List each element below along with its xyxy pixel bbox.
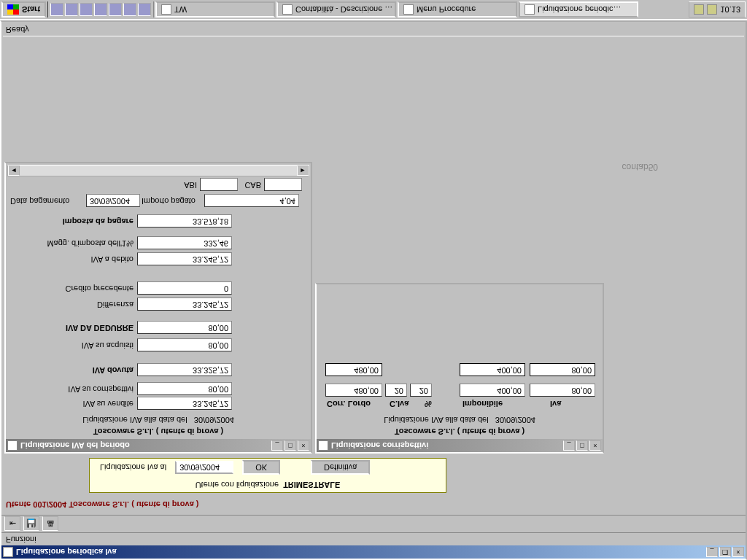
ql-icon-4[interactable] — [94, 3, 107, 16]
watermark: contab50 — [622, 162, 658, 172]
f-iva-deb[interactable]: 33.245,72 — [137, 252, 232, 265]
main-window: Liquidazione periodica Iva _ ❐ × Funzion… — [0, 20, 747, 560]
statusbar: Ready — [3, 23, 744, 36]
f-abi[interactable] — [200, 178, 238, 191]
liq-date-label: Liquidazione Iva al — [100, 463, 166, 472]
toolbar-exit-icon[interactable]: ⇤ — [4, 516, 20, 531]
t-lordo: 480,00 — [325, 363, 382, 376]
winright-titlebar: Liquidazione corrispettivi _ □ × — [317, 439, 603, 452]
l-iva-deb: IVA a debito — [6, 255, 133, 264]
l-iva-dedurre: IVA DA DEDURRE — [6, 324, 133, 332]
quick-launch — [47, 1, 154, 18]
l-iva-acq: IVA su acquisti — [6, 341, 133, 350]
scroll-right-icon[interactable]: ► — [297, 166, 309, 176]
col-civa: C.Iva — [390, 400, 409, 408]
task-menu-procedure[interactable]: Menu Procedure — [398, 1, 517, 18]
ql-icon-3[interactable] — [80, 3, 93, 16]
winleft-maximize[interactable]: □ — [285, 440, 296, 451]
f-credprec[interactable]: 0 — [137, 281, 232, 295]
window-liquidazione-periodo: Liquidazione IVA del periodo _ □ × Tosco… — [4, 162, 312, 454]
r-civa[interactable]: 20 — [385, 384, 407, 397]
t-iva: 80,00 — [530, 363, 595, 376]
tray-icon-1[interactable] — [694, 4, 704, 15]
app-icon — [525, 4, 535, 15]
start-button[interactable]: Start — [1, 1, 46, 18]
system-tray: 10.13 — [689, 1, 746, 18]
minimize-button[interactable]: _ — [706, 547, 718, 557]
status-text: Ready — [6, 26, 29, 34]
r-lordo[interactable]: 480,00 — [325, 384, 382, 397]
l-iva-corr: IVA su corrispettivi — [6, 385, 133, 394]
scroll-left-icon[interactable]: ◄ — [8, 166, 20, 176]
winright-sub-label: Liquidazione IVA alla data del — [384, 416, 489, 424]
word-icon — [282, 4, 293, 15]
f-imposta[interactable]: 33.578,18 — [137, 214, 232, 228]
winleft-close[interactable]: × — [298, 440, 309, 451]
winleft-head: Toscoware S.r.l. ( utente di prova ) — [6, 427, 311, 436]
f-iva-vendite[interactable]: 33.245,72 — [137, 397, 232, 410]
app-icon — [403, 4, 414, 15]
task-contab-label: Contabilità - Descrizione … — [295, 5, 392, 14]
clock: 10.13 — [720, 5, 740, 14]
liquidazione-panel: Utente con liquidazione TRIMESTRALE Liqu… — [89, 458, 446, 493]
windows-flag-icon — [7, 4, 19, 15]
ql-icon-2[interactable] — [65, 3, 78, 16]
doc-icon — [318, 440, 328, 451]
doc-icon — [7, 440, 18, 451]
definitiva-button[interactable]: Definitiva — [311, 460, 370, 475]
ql-icon-7[interactable] — [138, 3, 151, 16]
winright-title: Liquidazione corrispettivi — [331, 441, 563, 450]
f-data-pag[interactable]: 30/09/2004 — [86, 194, 140, 207]
winleft-minimize[interactable]: _ — [271, 440, 283, 451]
menu-funzioni[interactable]: Funzioni — [6, 535, 36, 544]
r-pct[interactable]: 20 — [410, 384, 432, 397]
f-cab[interactable] — [264, 178, 302, 191]
winright-sub-date: 30/09/2004 — [495, 416, 535, 424]
ok-button[interactable]: OK — [242, 460, 280, 475]
ql-icon-5[interactable] — [109, 3, 122, 16]
ql-icon-1[interactable] — [50, 3, 63, 16]
l-imp-pag: Importo pagato — [142, 197, 203, 206]
l-data-pag: Data pagamento — [6, 197, 86, 206]
winright-minimize[interactable]: _ — [563, 440, 575, 451]
r-impon[interactable]: 400,00 — [460, 384, 525, 397]
f-iva-corr[interactable]: 80,00 — [137, 382, 232, 395]
task-tw[interactable]: TW — [155, 1, 275, 18]
mdi-client: Utente 001/2004 Toscoware S.r.l. ( utent… — [1, 22, 746, 515]
toolbar-print-icon[interactable]: 🖶 — [42, 516, 58, 531]
task-tw-label: TW — [174, 5, 187, 14]
task-liq-label: Liquidazione periodic… — [538, 5, 621, 14]
f-iva-dovuta[interactable]: 33.325,72 — [137, 363, 232, 376]
restore-button[interactable]: ❐ — [719, 547, 731, 557]
col-pct: % — [425, 400, 432, 408]
liq-date-field[interactable]: 30/09/2004 — [175, 461, 233, 474]
taskbar: Start TW Contabilità - Descrizione … Men… — [0, 0, 747, 20]
close-button[interactable]: × — [732, 547, 744, 557]
ql-icon-6[interactable] — [123, 3, 136, 16]
winright-maximize[interactable]: □ — [576, 440, 588, 451]
winright-close[interactable]: × — [589, 440, 601, 451]
f-iva-dedurre[interactable]: 80,00 — [137, 321, 232, 334]
f-diff[interactable]: 33.245,72 — [137, 298, 232, 311]
r-iva[interactable]: 80,00 — [530, 384, 595, 397]
f-magg[interactable]: 332,46 — [137, 236, 232, 249]
l-credprec: Credito precedente — [6, 284, 133, 293]
toolbar-save-icon[interactable]: 💾 — [23, 516, 39, 531]
window-liquidazione-corrispettivi: Liquidazione corrispettivi _ □ × Toscowa… — [315, 283, 604, 454]
l-iva-vendite: IVA su vendite — [6, 400, 133, 408]
toolbar: ⇤ 💾 🖶 — [1, 515, 746, 532]
task-menu-label: Menu Procedure — [417, 5, 476, 14]
l-magg: Magg. d'imposta dell'1% — [6, 239, 133, 248]
task-liquidazione[interactable]: Liquidazione periodic… — [519, 1, 638, 18]
winleft-sub-date: 30/09/2004 — [194, 416, 234, 424]
tray-icon-2[interactable] — [707, 4, 717, 15]
menubar: Funzioni — [1, 532, 746, 545]
winleft-sub-label: Liquidazione IVA alla data del — [82, 416, 187, 424]
task-contabilita[interactable]: Contabilità - Descrizione … — [276, 1, 396, 18]
winleft-hscroll[interactable]: ◄ ► — [7, 165, 309, 176]
l-diff: Differenza — [6, 300, 133, 309]
winleft-title: Liquidazione IVA del periodo — [20, 441, 271, 450]
l-imposta: Imposta da pagare — [6, 217, 133, 226]
f-iva-acq[interactable]: 80,00 — [137, 338, 232, 351]
f-imp-pag[interactable]: 4,04 — [204, 194, 299, 207]
